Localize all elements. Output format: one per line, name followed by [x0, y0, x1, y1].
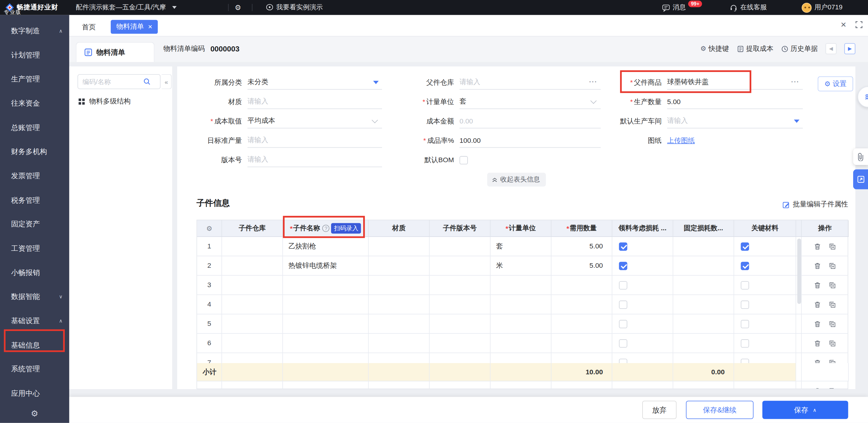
history-docs-button[interactable]: 历史单据 — [781, 44, 818, 53]
std-output-field[interactable]: 请输入 — [248, 133, 382, 148]
sidebar-item-system-mgmt[interactable]: 系统管理 — [0, 357, 69, 382]
prod-qty-field[interactable]: 5.00 — [667, 95, 803, 109]
cell-unit[interactable] — [491, 275, 551, 295]
key-material-checkbox[interactable] — [741, 300, 749, 308]
cell-unit[interactable] — [491, 295, 551, 314]
yield-rate-field[interactable]: 100.00 — [459, 133, 600, 148]
delete-row-icon[interactable] — [814, 387, 821, 389]
batch-edit-button[interactable]: 批量编辑子件属性 — [782, 200, 848, 209]
sidebar-item-production-mgmt[interactable]: 生产管理 — [0, 67, 69, 91]
cell-qty[interactable] — [551, 275, 612, 295]
discard-button[interactable]: 放弃 — [642, 401, 676, 419]
cell-fixed-loss[interactable] — [673, 334, 734, 353]
scan-entry-button[interactable]: 扫码录入 — [331, 223, 361, 234]
cell-unit[interactable] — [491, 334, 551, 353]
loss-checkbox[interactable] — [619, 242, 627, 250]
cell-warehouse[interactable] — [222, 314, 283, 334]
column-settings-gear-icon[interactable]: ⚙ — [197, 220, 222, 237]
sidebar-item-general-ledger[interactable]: 总账管理 — [0, 116, 69, 140]
loss-checkbox[interactable] — [619, 300, 627, 308]
key-material-checkbox[interactable] — [741, 281, 749, 289]
cell-name[interactable] — [283, 275, 369, 295]
loss-checkbox[interactable] — [619, 339, 627, 347]
cell-fixed-loss[interactable] — [673, 295, 734, 314]
online-support-button[interactable]: 在线客服 — [730, 0, 767, 15]
default-bom-checkbox[interactable] — [459, 156, 468, 164]
loss-checkbox[interactable] — [619, 261, 627, 269]
sidebar-item-invoice-mgmt[interactable]: 发票管理 — [0, 164, 69, 188]
copy-row-icon[interactable] — [829, 262, 836, 269]
copy-row-icon[interactable] — [829, 387, 836, 389]
copy-row-icon[interactable] — [829, 339, 836, 347]
close-tab-icon[interactable]: ✕ — [148, 24, 152, 30]
cell-version[interactable] — [430, 353, 491, 363]
cell-name[interactable] — [283, 334, 369, 353]
delete-row-icon[interactable] — [814, 339, 821, 347]
cell-unit[interactable] — [491, 314, 551, 334]
cell-fixed-loss[interactable] — [673, 256, 734, 275]
upload-drawing-link[interactable]: 上传图纸 — [667, 136, 694, 145]
attachment-button[interactable] — [853, 148, 868, 165]
tab-home[interactable]: 首页 — [78, 21, 100, 34]
cell-name[interactable]: 乙炔割枪 — [283, 237, 369, 256]
cell-warehouse[interactable] — [222, 295, 283, 314]
copy-row-icon[interactable] — [829, 282, 836, 289]
delete-row-icon[interactable] — [814, 359, 821, 363]
category-select[interactable]: 未分类 — [248, 75, 382, 90]
cell-material[interactable] — [369, 353, 430, 363]
search-icon[interactable] — [144, 78, 151, 85]
cell-qty[interactable]: 5.00 — [551, 237, 612, 256]
parent-warehouse-field[interactable]: 请输入··· — [459, 75, 600, 90]
next-record-button[interactable]: ▶ — [844, 43, 856, 55]
copy-row-icon[interactable] — [829, 243, 836, 250]
sidebar-item-basic-settings[interactable]: 基础设置∧ — [0, 309, 69, 333]
unit-select[interactable]: 套 — [459, 95, 600, 109]
loss-checkbox[interactable] — [619, 320, 627, 328]
material-field[interactable]: 请输入 — [248, 95, 382, 109]
cell-warehouse[interactable] — [222, 353, 283, 363]
cell-qty[interactable]: 5.00 — [551, 256, 612, 275]
key-material-checkbox[interactable] — [741, 320, 749, 328]
demo-link[interactable]: 我要看实例演示 — [266, 0, 322, 15]
tree-item-multilevel[interactable]: 物料多级结构 — [78, 97, 131, 106]
tab-material-list[interactable]: 物料清单 ✕ — [111, 20, 158, 34]
cell-warehouse[interactable] — [222, 256, 283, 275]
sidebar-item-digital-mfg[interactable]: 数字制造∧ — [0, 19, 69, 43]
cell-name[interactable] — [283, 353, 369, 363]
extract-cost-button[interactable]: 提取成本 — [737, 44, 773, 53]
cell-version[interactable] — [430, 256, 491, 275]
delete-row-icon[interactable] — [814, 262, 821, 269]
cell-version[interactable] — [430, 295, 491, 314]
cell-name[interactable] — [283, 314, 369, 334]
more-icon[interactable]: ··· — [589, 78, 597, 86]
save-button[interactable]: 保存 ∧ — [763, 401, 848, 419]
cell-version[interactable] — [430, 237, 491, 256]
cell-material[interactable] — [369, 275, 430, 295]
delete-row-icon[interactable] — [814, 282, 821, 289]
workshop-select[interactable]: 请输入 — [667, 114, 803, 129]
cell-fixed-loss[interactable] — [673, 314, 734, 334]
key-material-checkbox[interactable] — [741, 242, 749, 250]
help-icon[interactable]: ? — [322, 225, 330, 232]
sidebar-item-fixed-assets[interactable]: 固定资产 — [0, 213, 69, 237]
cell-warehouse[interactable] — [222, 334, 283, 353]
close-all-icon[interactable]: ✕ — [840, 21, 846, 29]
more-icon[interactable]: ··· — [791, 78, 799, 86]
cell-qty[interactable] — [551, 353, 612, 363]
cell-version[interactable] — [430, 314, 491, 334]
cell-qty[interactable] — [551, 314, 612, 334]
sidebar-item-basic-info[interactable]: 基础信息 — [0, 333, 69, 357]
page-header-tab[interactable]: 物料清单 — [76, 42, 155, 62]
cell-unit[interactable]: 套 — [491, 237, 551, 256]
sidebar-gear-icon[interactable]: ⚙ — [0, 409, 69, 419]
loss-checkbox[interactable] — [619, 281, 627, 289]
settings-button[interactable]: ⚙ 设置 — [818, 76, 853, 91]
delete-row-icon[interactable] — [814, 320, 821, 327]
save-and-continue-button[interactable]: 保存&继续 — [686, 401, 753, 419]
account-set-selector[interactable]: 配件演示账套—五金/工具/汽摩 — [76, 0, 177, 15]
user-menu[interactable]: 用户0719 — [802, 0, 843, 15]
cell-unit[interactable] — [491, 353, 551, 363]
copy-row-icon[interactable] — [829, 359, 836, 363]
cell-version[interactable] — [430, 334, 491, 353]
key-material-checkbox[interactable] — [741, 261, 749, 269]
